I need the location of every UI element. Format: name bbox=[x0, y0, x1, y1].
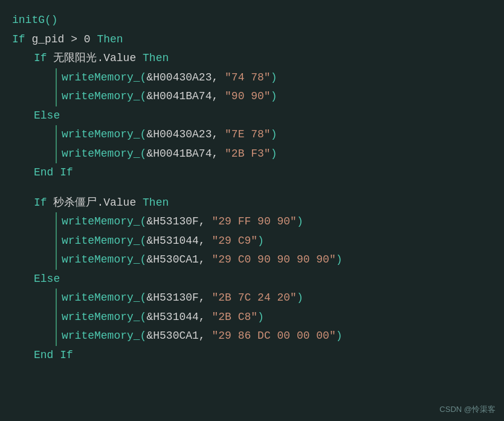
code-token: &H00430A23, bbox=[146, 128, 225, 140]
code-token: &H530CA1, bbox=[146, 330, 212, 342]
code-token: ) bbox=[271, 90, 277, 102]
code-token: ) bbox=[257, 235, 264, 247]
line-text: writeMemory_(&H53130F, "2B 7C 24 20") bbox=[62, 289, 303, 308]
code-token: ) bbox=[271, 148, 277, 160]
vertical-bar bbox=[56, 327, 57, 346]
code-line: writeMemory_(&H530CA1, "29 C0 90 90 90 9… bbox=[12, 250, 492, 270]
line-text: writeMemory_(&H531044, "2B C8") bbox=[62, 308, 264, 327]
code-token: "29 FF 90 90" bbox=[212, 215, 296, 227]
code-line: initG() bbox=[12, 11, 492, 30]
code-token: .Value bbox=[97, 197, 143, 209]
vertical-bar bbox=[56, 145, 57, 164]
code-line: writeMemory_(&H0041BA74, "2B F3") bbox=[12, 145, 492, 164]
code-line: If 无限阳光.Value Then bbox=[12, 49, 492, 68]
line-text: writeMemory_(&H00430A23, "74 78") bbox=[62, 68, 277, 88]
code-token: "7E 78" bbox=[225, 128, 271, 140]
code-token: "2B 7C 24 20" bbox=[212, 292, 296, 304]
code-token: If bbox=[12, 33, 31, 45]
vertical-bar bbox=[56, 289, 57, 308]
code-token: Then bbox=[143, 197, 169, 209]
code-token: "90 90" bbox=[225, 90, 271, 102]
code-token: ) bbox=[297, 215, 303, 227]
code-token: > bbox=[71, 33, 84, 45]
code-editor: initG()If g_pid > 0 ThenIf 无限阳光.Value Th… bbox=[0, 0, 504, 421]
code-line: End If bbox=[12, 346, 492, 365]
code-token: &H53130F, bbox=[146, 292, 212, 304]
code-token: initG() bbox=[12, 14, 58, 26]
code-line: Else bbox=[12, 106, 492, 126]
line-text: Else bbox=[34, 106, 60, 126]
line-text: writeMemory_(&H531044, "29 C9") bbox=[62, 232, 264, 251]
line-text: writeMemory_(&H530CA1, "29 86 DC 00 00 0… bbox=[62, 327, 343, 346]
code-line: writeMemory_(&H0041BA74, "90 90") bbox=[12, 87, 492, 106]
code-token: 秒杀僵尸 bbox=[53, 197, 97, 209]
code-token: 无限阳光 bbox=[53, 52, 97, 64]
code-token: &H53130F, bbox=[146, 215, 212, 227]
code-token: writeMemory_( bbox=[62, 90, 146, 102]
code-token: writeMemory_( bbox=[62, 71, 146, 83]
code-token: .Value bbox=[97, 52, 143, 64]
code-token: &H0041BA74, bbox=[146, 90, 225, 102]
code-token: writeMemory_( bbox=[62, 292, 146, 304]
code-token: ) bbox=[336, 330, 343, 342]
code-token: writeMemory_( bbox=[62, 128, 146, 140]
code-token: &H531044, bbox=[146, 311, 212, 323]
watermark: CSDN @怜渠客 bbox=[439, 404, 496, 415]
line-text: If 无限阳光.Value Then bbox=[34, 49, 169, 68]
code-line: End If bbox=[12, 163, 492, 183]
code-token: writeMemory_( bbox=[62, 235, 146, 247]
vertical-bar bbox=[56, 125, 57, 145]
code-content: initG()If g_pid > 0 ThenIf 无限阳光.Value Th… bbox=[12, 11, 492, 365]
code-line: writeMemory_(&H531044, "29 C9") bbox=[12, 232, 492, 251]
code-token: writeMemory_( bbox=[62, 311, 146, 323]
code-token: ) bbox=[257, 311, 264, 323]
vertical-bar bbox=[56, 308, 57, 327]
code-token: Else bbox=[34, 273, 60, 285]
line-text: writeMemory_(&H0041BA74, "90 90") bbox=[62, 87, 277, 106]
code-token: &H530CA1, bbox=[146, 253, 212, 266]
code-token: "74 78" bbox=[225, 71, 271, 83]
code-token: &H00430A23, bbox=[146, 71, 225, 83]
code-token: ) bbox=[271, 128, 277, 140]
vertical-bar bbox=[56, 87, 57, 106]
code-token: &H0041BA74, bbox=[146, 148, 225, 160]
line-text: initG() bbox=[12, 11, 58, 30]
line-text: writeMemory_(&H530CA1, "29 C0 90 90 90 9… bbox=[62, 250, 343, 270]
code-token: writeMemory_( bbox=[62, 253, 146, 266]
code-gap bbox=[12, 183, 492, 194]
code-token: "29 C9" bbox=[212, 235, 257, 247]
line-text: If g_pid > 0 Then bbox=[12, 30, 123, 50]
code-line: If 秒杀僵尸.Value Then bbox=[12, 194, 492, 213]
code-token: writeMemory_( bbox=[62, 330, 146, 342]
code-line: writeMemory_(&H53130F, "2B 7C 24 20") bbox=[12, 289, 492, 308]
line-text: writeMemory_(&H0041BA74, "2B F3") bbox=[62, 145, 277, 164]
code-token: ) bbox=[297, 292, 303, 304]
code-token: "2B F3" bbox=[225, 148, 271, 160]
code-token: "2B C8" bbox=[212, 311, 257, 323]
code-token: ) bbox=[336, 253, 343, 266]
code-token: Then bbox=[143, 52, 169, 64]
code-token: If bbox=[34, 197, 53, 209]
code-token: 0 bbox=[84, 33, 97, 45]
code-token: End If bbox=[34, 349, 73, 361]
code-token: End If bbox=[34, 166, 73, 178]
line-text: writeMemory_(&H53130F, "29 FF 90 90") bbox=[62, 212, 303, 232]
vertical-bar bbox=[56, 212, 57, 232]
code-line: writeMemory_(&H00430A23, "7E 78") bbox=[12, 125, 492, 145]
code-line: writeMemory_(&H53130F, "29 FF 90 90") bbox=[12, 212, 492, 232]
vertical-bar bbox=[56, 68, 57, 88]
line-text: End If bbox=[34, 163, 73, 183]
code-line: writeMemory_(&H531044, "2B C8") bbox=[12, 308, 492, 327]
code-line: writeMemory_(&H00430A23, "74 78") bbox=[12, 68, 492, 88]
code-line: If g_pid > 0 Then bbox=[12, 30, 492, 50]
vertical-bar bbox=[56, 232, 57, 251]
code-token: writeMemory_( bbox=[62, 148, 146, 160]
line-text: Else bbox=[34, 270, 60, 289]
code-token: "29 C0 90 90 90 90" bbox=[212, 253, 335, 266]
line-text: If 秒杀僵尸.Value Then bbox=[34, 194, 169, 213]
code-token: ) bbox=[271, 71, 277, 83]
code-token: writeMemory_( bbox=[62, 215, 146, 227]
code-token: &H531044, bbox=[146, 235, 212, 247]
code-token: Then bbox=[97, 33, 123, 45]
code-token: If bbox=[34, 52, 53, 64]
